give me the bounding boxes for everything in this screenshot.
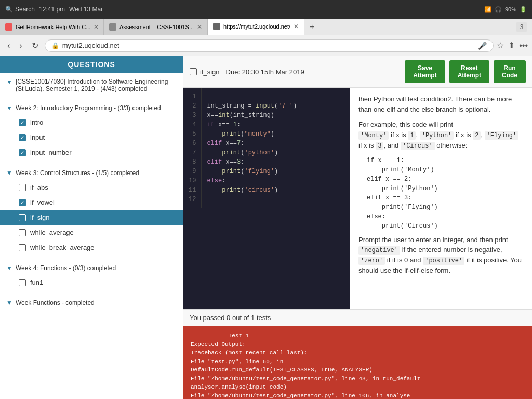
week3-header[interactable]: ▼ Week 3: Control Structures - (1/5) com…: [0, 166, 183, 180]
if-sign-checkbox: [19, 214, 26, 221]
sidebar-item-input[interactable]: ✓ input: [0, 130, 183, 145]
test-line-7: analyser.analyse(input_code): [191, 383, 525, 392]
sidebar-item-while-average[interactable]: while_average: [0, 225, 183, 240]
tab-icon-homework: [5, 23, 12, 31]
menu-button[interactable]: •••: [519, 41, 528, 50]
week-functions-header[interactable]: ▼ Week Functions - completed: [0, 296, 183, 310]
fun1-checkbox: [19, 279, 26, 286]
week4-group: ▼ Week 4: Functions - (0/3) completed fu…: [0, 258, 183, 293]
tab-close-mytut[interactable]: ✕: [294, 23, 299, 30]
flying-inline: 'Flying': [485, 131, 519, 140]
lock-icon: 🔒: [51, 42, 59, 49]
sidebar-item-input-number[interactable]: ✓ input_number: [0, 145, 183, 160]
browser-time: 12:41 pm: [39, 6, 65, 13]
description-panel: then Python will test condition2. There …: [350, 88, 532, 309]
week3-label: Week 3: Control Structures - (1/5) compl…: [16, 169, 139, 177]
nav-bar: ‹ › ↻ 🔒 mytut2.uqcloud.net 🎤 ☆ ⬆ •••: [0, 35, 532, 56]
test-line-2: Expected Output:: [191, 340, 525, 349]
negative-inline: 'negative': [358, 246, 400, 255]
content-area: if_sign Due: 20:30 15th Mar 2019 Save At…: [183, 56, 532, 399]
browser-battery: 📶 🎧 90% 🔋: [484, 6, 527, 13]
test-results-header: You passed 0 out of 1 tests: [183, 310, 532, 326]
x1-inline: 1: [408, 131, 416, 140]
test-line-6: File "/home/ubuntu/test_code_generator.p…: [191, 375, 525, 383]
main-layout: QUESTIONS ▼ [CSSE1001/7030] Introduction…: [0, 56, 532, 399]
sidebar-course[interactable]: ▼ [CSSE1001/7030] Introduction to Softwa…: [0, 73, 183, 98]
tab-bar: Get Homework Help With C... ✕ Assessment…: [0, 19, 532, 35]
input-number-checkbox: ✓: [19, 149, 26, 156]
if-abs-checkbox: [19, 184, 26, 191]
while-average-label: while_average: [30, 229, 74, 236]
desc-para1: For example, this code will print 'Monty…: [358, 119, 524, 151]
run-code-button[interactable]: Run Code: [494, 60, 526, 83]
desc-intro: then Python will test condition2. There …: [358, 94, 524, 114]
share-button[interactable]: ⬆: [508, 41, 515, 50]
monty-inline: 'Monty': [358, 131, 389, 140]
question-checkbox[interactable]: [190, 68, 197, 75]
sidebar-item-if-vowel[interactable]: ✓ if_vowel: [0, 195, 183, 210]
tab-count-badge: 3: [516, 22, 527, 32]
week4-header[interactable]: ▼ Week 4: Functions - (0/3) completed: [0, 261, 183, 275]
sidebar-item-intro[interactable]: ✓ intro: [0, 115, 183, 130]
line-numbers: 12345 678910 1112: [183, 88, 202, 208]
if-abs-label: if_abs: [30, 183, 48, 191]
tab-close-homework[interactable]: ✕: [94, 23, 99, 31]
back-button[interactable]: ‹: [4, 40, 13, 51]
due-date: Due: 20:30 15th Mar 2019: [226, 68, 304, 76]
week-functions-chevron-icon: ▼: [6, 299, 12, 307]
tab-mytut[interactable]: https://mytut2.uqcloud.net/ ✕: [208, 19, 304, 35]
nav-actions: ☆ ⬆ •••: [497, 41, 528, 50]
intro-label: intro: [30, 118, 43, 126]
test-line-5: DefaultCode.run_default(TEST_CLASSES, Tr…: [191, 366, 525, 375]
circus-inline: 'Circus': [401, 142, 435, 150]
tab-assessment[interactable]: Assessment – CSSE1001S... ✕: [104, 19, 208, 35]
x3-inline: 3: [376, 142, 383, 150]
input-checkbox: ✓: [19, 134, 26, 141]
question-name: if_sign: [200, 68, 220, 76]
new-tab-button[interactable]: +: [304, 22, 320, 32]
browser-search: 🔍 Search: [5, 6, 35, 13]
forward-button[interactable]: ›: [16, 40, 25, 51]
reset-attempt-button[interactable]: Reset Attempt: [449, 60, 489, 83]
while-average-checkbox: [19, 229, 26, 236]
if-vowel-checkbox: ✓: [19, 199, 26, 206]
sidebar: QUESTIONS ▼ [CSSE1001/7030] Introduction…: [0, 56, 183, 399]
wifi-icon: 📶: [484, 6, 491, 13]
sidebar-item-while-break-average[interactable]: while_break_average: [0, 240, 183, 255]
tab-label-homework: Get Homework Help With C...: [16, 24, 90, 30]
tab-close-assessment[interactable]: ✕: [197, 23, 202, 31]
week4-chevron-icon: ▼: [6, 264, 12, 272]
content-body: 12345 678910 1112 int_string = input('7 …: [183, 88, 532, 309]
content-header: if_sign Due: 20:30 15th Mar 2019 Save At…: [183, 56, 532, 88]
x2-inline: 2: [473, 131, 481, 140]
code-panel[interactable]: 12345 678910 1112 int_string = input('7 …: [183, 88, 350, 309]
sidebar-item-if-abs[interactable]: if_abs: [0, 180, 183, 195]
week2-chevron-icon: ▼: [6, 104, 12, 112]
save-attempt-button[interactable]: Save Attempt: [405, 60, 445, 83]
sidebar-item-if-sign[interactable]: if_sign: [0, 210, 183, 225]
sidebar-item-fun1[interactable]: fun1: [0, 275, 183, 290]
battery-icon: 🔋: [520, 6, 527, 13]
tab-label-mytut: https://mytut2.uqcloud.net/: [223, 23, 290, 30]
course-label: [CSSE1001/7030] Introduction to Software…: [16, 78, 177, 92]
test-line-3: Traceback (most recent call last):: [191, 349, 525, 357]
tab-homework[interactable]: Get Homework Help With C... ✕: [0, 19, 104, 35]
bookmark-button[interactable]: ☆: [497, 41, 504, 50]
tab-icon-assessment: [109, 23, 116, 31]
tab-label-assessment: Assessment – CSSE1001S...: [119, 24, 194, 30]
test-line-8: File "/home/ubuntu/test_code_generator.p…: [191, 392, 525, 400]
intro-checkbox: ✓: [19, 119, 26, 126]
mic-icon: 🎤: [478, 42, 487, 50]
code-content[interactable]: int_string = input('7 ') x==int(int_stri…: [202, 88, 350, 208]
python-inline: 'Python': [420, 131, 454, 140]
if-sign-label: if_sign: [30, 214, 50, 221]
while-break-average-label: while_break_average: [30, 244, 95, 251]
while-break-average-checkbox: [19, 244, 26, 251]
input-number-label: input_number: [30, 149, 72, 156]
test-line-4: File "test.py", line 60, in: [191, 357, 525, 366]
reload-button[interactable]: ↻: [29, 39, 42, 51]
week2-group: ▼ Week 2: Introductory Programming - (3/…: [0, 98, 183, 163]
test-line-1: ---------- Test 1 ----------: [191, 331, 525, 340]
week2-header[interactable]: ▼ Week 2: Introductory Programming - (3/…: [0, 101, 183, 115]
address-bar[interactable]: 🔒 mytut2.uqcloud.net 🎤: [45, 39, 494, 52]
